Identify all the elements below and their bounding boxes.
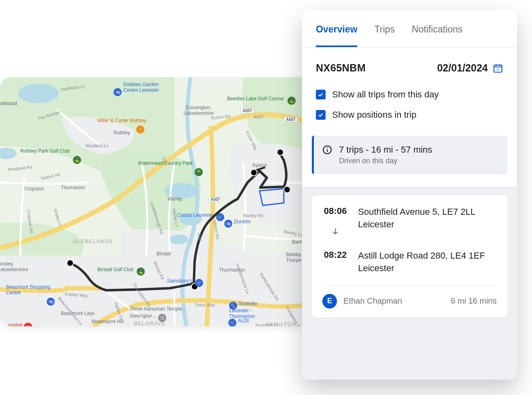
checkbox-checked-icon [316, 110, 326, 120]
poi-hospital[interactable]: ospital H [8, 321, 34, 326]
route-stop-3 [251, 170, 257, 175]
road-shield-a607-1: A607 [240, 108, 254, 113]
poi-rothley-gc[interactable]: Rothley Park Golf Club ⛳ [20, 148, 83, 162]
checkbox-label: Show all trips from this day [332, 89, 439, 100]
route-stop-5 [277, 149, 283, 155]
checkbox-show-positions[interactable]: Show positions in trip [316, 110, 503, 120]
checkbox-show-all-trips[interactable]: Show all trips from this day [316, 89, 503, 100]
road-shield-a607-3: A607 [208, 197, 222, 202]
tab-overview[interactable]: Overview [316, 24, 357, 47]
tab-trips[interactable]: Trips [374, 24, 395, 47]
temple-icon: 卐 [158, 314, 166, 322]
shop-icon: 🛍 [47, 298, 55, 306]
day-summary: 7 trips - 16 mi - 57 mins Driven on this… [312, 136, 507, 174]
arrow-down-icon [331, 227, 340, 237]
park-icon: 🌳 [195, 168, 203, 176]
checkbox-checked-icon [316, 90, 326, 99]
poi-dunelm[interactable]: 🛍Dunelm [224, 218, 251, 226]
poi-beedles[interactable]: Beedles Lake Golf Course ⛳ [227, 95, 297, 103]
restaurant-icon: 🍴 [136, 125, 144, 134]
road-barkby-rd: Barkby Rd [243, 213, 263, 218]
svg-point-4 [18, 84, 59, 103]
panel-header: NX65NBM 02/01/2024 [302, 47, 517, 74]
checkbox-label: Show positions in trip [332, 110, 416, 120]
poi-watermead[interactable]: Watermead Country Park 🌳 [138, 160, 204, 174]
trip-stats: 6 mi 16 mins [451, 296, 497, 306]
trips-list: 08:06 Southfield Avenue 5, LE7 2LL Leice… [302, 186, 517, 380]
poi-costco[interactable]: Costco Leicester 🛒 [177, 211, 226, 219]
poi-beaumont[interactable]: Beaumont Shopping Centre 🛍 [6, 284, 51, 304]
shop-icon: 🛍 [114, 88, 122, 96]
details-panel: Overview Trips Notifications NX65NBM 02/… [302, 10, 517, 380]
selected-date[interactable]: 02/01/2024 [437, 62, 488, 74]
road-troon-way: Troon Way [195, 302, 215, 307]
svg-point-7 [497, 69, 498, 70]
trip-end: 08:22 Astill Lodge Road 280, LE4 1EF Lei… [322, 250, 497, 275]
route-stop-4 [284, 187, 290, 192]
svg-point-1 [164, 183, 197, 199]
poi-shree[interactable]: Shree Hanuman Temple - Salangpur… 卐 [130, 306, 187, 320]
trip-end-time: 08:22 [324, 250, 347, 260]
trip-card[interactable]: 08:06 Southfield Avenue 5, LE7 2LL Leice… [312, 195, 507, 317]
svg-rect-6 [494, 65, 502, 72]
trip-start: 08:06 Southfield Avenue 5, LE7 2LL Leice… [322, 206, 497, 237]
options-group: Show all trips from this day Show positi… [302, 74, 517, 120]
poi-screwfix[interactable]: 🔧Screwfix Leicester - Thurmaston [229, 300, 278, 319]
road-a607-text: A607 [254, 114, 264, 119]
poi-miller[interactable]: Miller & Carter Rothley 🍴 [97, 118, 146, 132]
poi-sainsburys[interactable]: Sainsbury's 🛒 [167, 277, 205, 285]
road-westfield-ln: Westfield Ln [85, 143, 109, 148]
map-view[interactable]: GLEBELANDS BELGRAVE HAMILTON Swithland R… [0, 77, 310, 326]
shop-icon: 🛒 [195, 279, 203, 287]
hardware-icon: 🔧 [229, 302, 237, 310]
hospital-icon: H [24, 323, 32, 326]
svg-point-10 [327, 147, 328, 149]
road-scraptoft: Scraptoft Ln [255, 323, 279, 326]
poi-aldi[interactable]: 🛒ALDI [228, 317, 249, 325]
tab-notifications[interactable]: Notifications [412, 24, 463, 47]
shop-icon: 🛍 [224, 220, 232, 228]
vehicle-registration: NX65NBM [316, 62, 366, 74]
golf-icon: ⛳ [137, 268, 145, 276]
road-shield-a607-2: A607 [284, 117, 298, 122]
driver-name: Ethan Chapman [343, 296, 402, 306]
golf-icon: ⛳ [73, 156, 81, 164]
trip-start-address1: Southfield Avenue 5, LE7 2LL [358, 206, 476, 218]
poi-birstall-gc[interactable]: Birstall Golf Club ⛳ [97, 265, 146, 274]
shop-icon: 🛒 [228, 319, 236, 326]
info-icon [322, 145, 332, 155]
route-stop-1 [67, 260, 73, 266]
trip-end-address2: Leicester [358, 262, 485, 275]
trip-start-address2: Leicester [358, 218, 476, 231]
calendar-icon[interactable] [493, 63, 503, 73]
trip-start-time: 08:06 [324, 206, 347, 216]
trip-driver[interactable]: E Ethan Chapman [322, 294, 402, 309]
svg-point-3 [169, 235, 188, 244]
summary-sub: Driven on this day [339, 157, 432, 165]
avatar: E [322, 294, 337, 309]
tab-bar: Overview Trips Notifications [302, 10, 517, 47]
poi-dobbies[interactable]: 🛍Dobbies Garden Centre Leicester [114, 82, 168, 94]
summary-headline: 7 trips - 16 mi - 57 mins [339, 145, 432, 155]
trip-end-address1: Astill Lodge Road 280, LE4 1EF [358, 250, 485, 262]
trip-footer: E Ethan Chapman 6 mi 16 mins [322, 285, 497, 309]
